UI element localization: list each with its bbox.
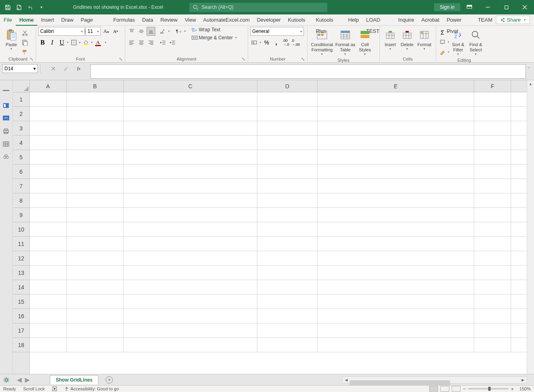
cell[interactable] xyxy=(124,179,257,193)
cell[interactable] xyxy=(30,295,67,309)
cell[interactable] xyxy=(124,266,257,280)
font-launcher-icon[interactable]: ⤡ xyxy=(118,57,123,61)
cell[interactable] xyxy=(124,222,257,236)
scroll-up-icon[interactable]: ▲ xyxy=(527,80,534,87)
cell[interactable] xyxy=(318,121,474,135)
alignment-launcher-icon[interactable]: ⤡ xyxy=(241,57,246,61)
tab-file[interactable]: File xyxy=(0,14,16,26)
add-sheet-button[interactable]: + xyxy=(106,376,113,384)
undo-icon[interactable] xyxy=(26,4,34,11)
format-cells-button[interactable]: Format▾ xyxy=(416,27,433,53)
cell[interactable] xyxy=(67,323,124,337)
cell[interactable] xyxy=(474,150,511,164)
cell[interactable] xyxy=(67,237,124,251)
cell[interactable] xyxy=(257,295,318,309)
cell[interactable] xyxy=(474,266,511,280)
cell[interactable] xyxy=(474,107,511,121)
fx-icon[interactable]: fx xyxy=(74,64,83,73)
cell[interactable] xyxy=(257,222,318,236)
maximize-button[interactable] xyxy=(497,0,516,14)
column-header[interactable]: C xyxy=(124,80,257,92)
zoom-level[interactable]: 150% xyxy=(520,386,531,391)
cell[interactable] xyxy=(318,150,474,164)
orientation-icon[interactable]: ab xyxy=(159,27,167,36)
tab-formulas[interactable]: Formulas xyxy=(110,14,139,26)
cell[interactable] xyxy=(67,92,124,106)
cell[interactable] xyxy=(30,92,67,106)
cell[interactable] xyxy=(474,193,511,207)
underline-button[interactable]: U xyxy=(57,38,66,47)
cell[interactable] xyxy=(124,338,257,352)
cell[interactable] xyxy=(474,92,511,106)
tab-home[interactable]: Home xyxy=(16,14,37,26)
tab-draw[interactable]: Draw xyxy=(58,14,77,26)
cell[interactable] xyxy=(318,222,474,236)
column-header[interactable]: F xyxy=(474,80,511,92)
cell[interactable] xyxy=(67,121,124,135)
cell[interactable] xyxy=(257,323,318,337)
zoom-in-button[interactable]: + xyxy=(511,386,514,392)
cell[interactable] xyxy=(257,309,318,323)
comma-icon[interactable]: , xyxy=(272,38,281,47)
conditional-formatting-button[interactable]: Conditional Formatting▾ xyxy=(310,27,334,58)
cell[interactable] xyxy=(318,251,474,265)
row-header[interactable]: 2 xyxy=(13,107,29,121)
row-header[interactable]: 18 xyxy=(13,338,29,352)
clipboard-launcher-icon[interactable]: ⤡ xyxy=(29,57,34,61)
wrap-text-button[interactable]: ab Wrap Text xyxy=(192,27,237,32)
name-box[interactable]: D14▾ xyxy=(2,64,38,73)
cell[interactable] xyxy=(257,92,318,106)
cells-area[interactable] xyxy=(30,92,527,374)
cell[interactable] xyxy=(124,121,257,135)
enter-icon[interactable]: ✓ xyxy=(61,64,70,73)
cell[interactable] xyxy=(474,309,511,323)
decrease-decimal-icon[interactable]: .0→.00 xyxy=(291,38,300,47)
search-box[interactable]: Search (Alt+Q) xyxy=(189,2,328,12)
increase-indent-icon[interactable] xyxy=(168,38,177,47)
settings-gear-icon[interactable] xyxy=(0,376,13,384)
cell[interactable] xyxy=(67,266,124,280)
cell[interactable] xyxy=(474,280,511,294)
cell[interactable] xyxy=(67,222,124,236)
tab-insert[interactable]: Insert xyxy=(37,14,58,26)
sort-filter-button[interactable]: AZ Sort & Filter▾ xyxy=(449,27,467,58)
row-header[interactable]: 1 xyxy=(13,92,29,107)
close-button[interactable] xyxy=(516,0,534,14)
cell[interactable] xyxy=(257,193,318,207)
fill-color-button[interactable] xyxy=(82,38,90,47)
cell[interactable] xyxy=(257,208,318,222)
cell[interactable] xyxy=(318,165,474,179)
cell[interactable] xyxy=(474,222,511,236)
merge-center-button[interactable]: Merge & Center ▾ xyxy=(192,35,237,41)
cell[interactable] xyxy=(30,107,67,121)
tab-page-layout[interactable]: Page Layout xyxy=(77,14,110,26)
vertical-scrollbar[interactable]: ▲ xyxy=(527,80,534,374)
row-header[interactable]: 12 xyxy=(13,251,29,266)
number-launcher-icon[interactable]: ⤡ xyxy=(300,57,305,61)
accounting-format-icon[interactable]: $ xyxy=(250,38,259,47)
row-headers[interactable]: 123456789101112131415161718 xyxy=(13,92,30,374)
cell[interactable] xyxy=(124,251,257,265)
row-header[interactable]: 16 xyxy=(13,309,29,323)
tab-kutools[interactable]: Kutools ™ xyxy=(284,14,312,26)
autosave-icon[interactable] xyxy=(15,4,22,11)
cell[interactable] xyxy=(318,136,474,150)
cell[interactable] xyxy=(124,92,257,106)
zoom-out-button[interactable]: − xyxy=(463,386,466,392)
cell[interactable] xyxy=(474,237,511,251)
tab-developer[interactable]: Developer xyxy=(253,14,284,26)
copy-icon[interactable] xyxy=(20,38,29,47)
cell[interactable] xyxy=(318,266,474,280)
view-normal-icon[interactable] xyxy=(429,386,438,392)
cell[interactable] xyxy=(30,251,67,265)
align-top-icon[interactable] xyxy=(127,27,136,36)
cell[interactable] xyxy=(257,280,318,294)
cell[interactable] xyxy=(124,280,257,294)
decrease-indent-icon[interactable] xyxy=(159,38,167,47)
cell[interactable] xyxy=(318,193,474,207)
font-name-combo[interactable]: Calibri▾ xyxy=(38,27,85,36)
row-header[interactable]: 17 xyxy=(13,323,29,338)
row-header[interactable]: 11 xyxy=(13,237,29,251)
cell[interactable] xyxy=(318,338,474,352)
cell[interactable] xyxy=(30,208,67,222)
